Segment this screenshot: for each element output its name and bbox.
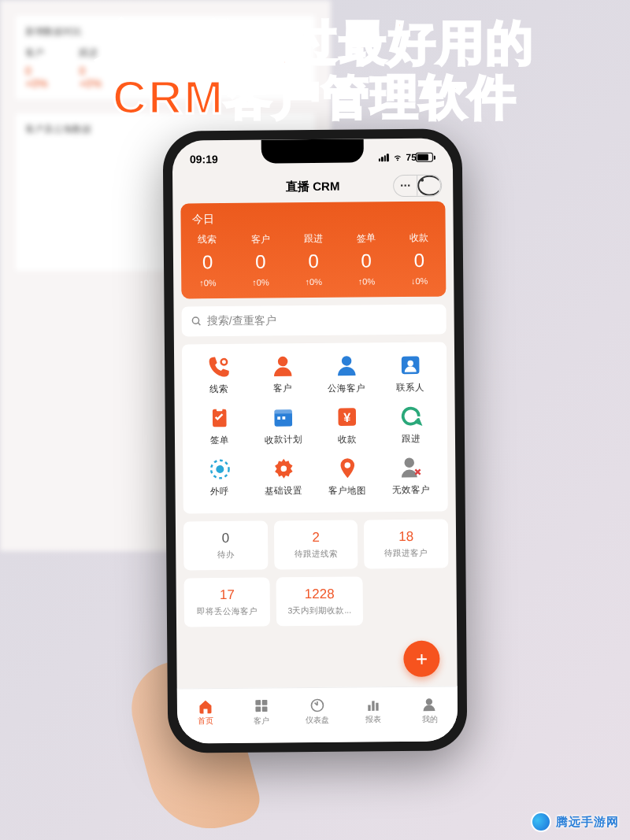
action-label: 客户 (273, 383, 292, 394)
stat-item[interactable]: 线索 0 ↑0% (181, 233, 235, 288)
action-money[interactable]: ¥ 收款 (315, 405, 379, 446)
tab-客户[interactable]: 客户 (233, 688, 290, 735)
add-fab-button[interactable]: + (403, 641, 439, 677)
calendar-icon (271, 405, 295, 429)
action-label: 线索 (209, 383, 228, 395)
miniprogram-close-icon[interactable] (417, 176, 441, 196)
svg-rect-23 (262, 706, 268, 712)
svg-text:¥: ¥ (343, 410, 350, 424)
action-clipboard[interactable]: 签单 (187, 406, 251, 447)
stat-label: 收款 (392, 231, 445, 246)
summary-label: 即将丢公海客户 (187, 606, 267, 618)
signal-icon (378, 154, 388, 161)
svg-rect-12 (282, 416, 285, 420)
summary-number: 2 (277, 530, 355, 546)
contact-icon (398, 353, 422, 377)
summary-number: 1228 (280, 587, 359, 603)
tab-icon (365, 697, 381, 712)
summary-label: 待跟进客户 (368, 548, 446, 560)
stat-item[interactable]: 跟进 0 ↑0% (287, 232, 340, 287)
bottom-tab-bar: 首页 客户 仪表盘 报表 我的 (177, 686, 458, 743)
stat-pct: ↑0% (287, 277, 340, 287)
svg-rect-21 (261, 700, 267, 705)
search-placeholder: 搜索/查重客户 (207, 313, 276, 328)
miniprogram-menu-icon[interactable]: ··· (394, 176, 417, 196)
svg-line-1 (198, 323, 200, 325)
action-pin[interactable]: 客户地图 (315, 456, 379, 497)
tab-仪表盘[interactable]: 仪表盘 (289, 688, 346, 735)
summary-number: 0 (187, 531, 265, 547)
action-calendar[interactable]: 收款计划 (251, 405, 315, 446)
phone-frame: 09:19 75 直播 CRM ··· 今日 (163, 128, 468, 753)
svg-rect-22 (255, 706, 261, 712)
tab-icon (309, 697, 325, 712)
svg-point-6 (407, 361, 413, 367)
summary-card[interactable]: 0 待办 (183, 521, 268, 571)
summary-card[interactable]: 17 即将丢公海客户 (184, 578, 271, 627)
wifi-icon (391, 154, 402, 162)
svg-rect-8 (216, 407, 222, 411)
stat-label: 线索 (181, 233, 234, 247)
stat-item[interactable]: 签单 0 ↑0% (339, 231, 393, 287)
action-refresh[interactable]: 跟进 (379, 405, 443, 446)
summary-card[interactable]: 18 待跟进客户 (364, 520, 448, 569)
tab-报表[interactable]: 报表 (345, 687, 402, 735)
action-dial[interactable]: 外呼 (187, 457, 251, 498)
dial-icon (208, 457, 232, 481)
svg-point-28 (426, 698, 432, 705)
search-input[interactable]: 搜索/查重客户 (182, 305, 447, 337)
gear-icon (272, 457, 295, 480)
stat-pct: ↑0% (234, 277, 287, 287)
promo-headline: 这是我见过最好用的 CRM客户管理软件 (0, 16, 630, 124)
svg-point-2 (220, 359, 227, 365)
tab-label: 仪表盘 (306, 714, 329, 725)
tab-icon (254, 698, 269, 713)
summary-card[interactable]: 1228 3天内到期收款... (276, 576, 363, 626)
action-phone-lead[interactable]: 线索 (187, 355, 250, 396)
action-label: 收款 (337, 434, 356, 446)
person-icon (335, 354, 358, 378)
svg-rect-11 (277, 416, 280, 420)
action-person[interactable]: 公海客户 (314, 353, 378, 394)
phone-notch (261, 139, 364, 163)
tab-首页[interactable]: 首页 (177, 689, 234, 736)
today-label: 今日 (180, 211, 445, 234)
stat-pct: ↑0% (181, 278, 234, 288)
refresh-icon (398, 405, 422, 428)
action-label: 跟进 (401, 433, 420, 445)
summary-label: 待跟进线索 (277, 549, 355, 561)
status-time: 09:19 (190, 153, 218, 165)
tab-label: 客户 (254, 715, 269, 726)
svg-point-3 (277, 357, 287, 367)
svg-rect-27 (376, 702, 378, 710)
svg-rect-25 (368, 705, 370, 711)
action-person[interactable]: 客户 (250, 354, 314, 395)
stat-label: 签单 (339, 231, 392, 246)
action-contact[interactable]: 联系人 (378, 353, 442, 394)
summary-label: 3天内到期收款... (280, 605, 359, 617)
stat-item[interactable]: 收款 0 ↓0% (392, 231, 446, 287)
action-person-x[interactable]: 无效客户 (379, 456, 443, 497)
svg-point-17 (280, 466, 287, 472)
action-label: 公海客户 (328, 382, 365, 394)
stat-label: 跟进 (287, 232, 339, 246)
quick-actions-grid: 线索 客户 公海客户 联系人 签单 收款计划 ¥ 收款 跟进 外呼 基础设置 (182, 342, 448, 514)
stat-label: 客户 (234, 232, 287, 246)
pin-icon (335, 457, 359, 480)
money-icon: ¥ (335, 405, 358, 429)
stat-value: 0 (339, 250, 392, 272)
svg-rect-20 (255, 700, 261, 705)
summary-card[interactable]: 2 待跟进线索 (274, 520, 358, 570)
svg-point-18 (344, 462, 350, 468)
tab-icon (421, 696, 437, 712)
action-label: 外呼 (210, 486, 229, 498)
action-gear[interactable]: 基础设置 (251, 457, 315, 498)
watermark-logo-icon (531, 812, 551, 832)
tab-我的[interactable]: 我的 (402, 686, 458, 734)
stat-item[interactable]: 客户 0 ↑0% (234, 232, 287, 287)
tab-icon (197, 698, 213, 714)
tab-label: 我的 (421, 713, 437, 724)
watermark: 腾远手游网 (531, 812, 619, 832)
phone-lead-icon (207, 355, 231, 379)
svg-point-16 (217, 466, 223, 472)
